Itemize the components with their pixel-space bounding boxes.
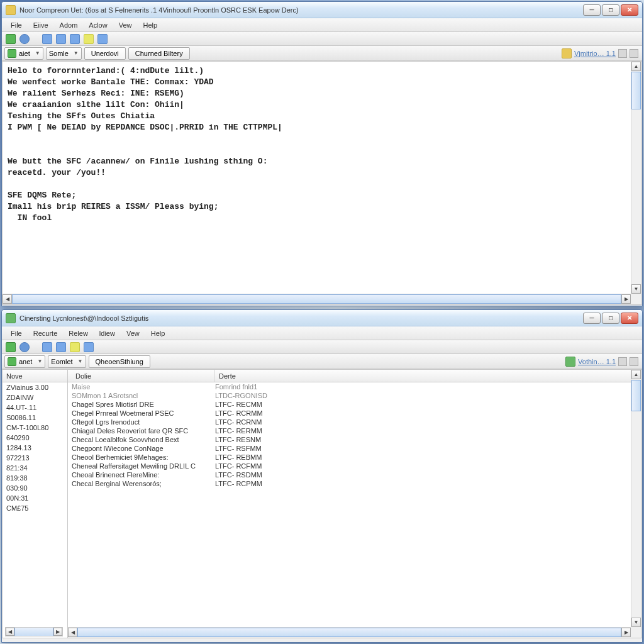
vertical-scrollbar[interactable]: ▲ ▼ xyxy=(631,62,641,294)
menu-view[interactable]: Vew xyxy=(114,20,137,30)
scroll-up-icon[interactable]: ▲ xyxy=(631,62,641,71)
tool-icon-4[interactable] xyxy=(97,34,108,44)
horizontal-scrollbar[interactable]: ◀ ▶ xyxy=(3,294,631,304)
tool-icon-2[interactable] xyxy=(56,342,66,352)
run-icon[interactable] xyxy=(6,342,16,352)
list-item[interactable]: 819:38 xyxy=(3,473,67,483)
cell-derte: LTFC- REBMM xyxy=(211,453,265,461)
tab-unerdovi[interactable]: Unerdovi xyxy=(84,47,126,60)
list-item[interactable]: 821:34 xyxy=(3,463,67,473)
run-icon[interactable] xyxy=(6,34,16,44)
refresh-icon[interactable] xyxy=(19,342,30,352)
minimize-button[interactable]: ─ xyxy=(583,313,601,324)
column-header-nove[interactable]: Nove xyxy=(3,370,67,382)
column-header-dolie[interactable]: Dolie xyxy=(72,370,215,382)
tool-icon-2[interactable] xyxy=(56,34,66,44)
table-row[interactable]: SOMmon 1 ASrotsnclLTDC-RGONISD xyxy=(68,391,641,400)
menu-file[interactable]: File xyxy=(6,328,27,338)
table-row[interactable]: Cheneal Raffersitaget Mewiling DRLIL CLT… xyxy=(68,462,641,470)
vertical-scrollbar[interactable]: ▲ ▼ xyxy=(631,370,641,627)
list-item[interactable]: 972213 xyxy=(3,453,67,463)
close-button[interactable]: ✕ xyxy=(621,4,638,16)
table-row[interactable]: Chagel Spres Miotisrl DRELTFC- RECMM xyxy=(68,400,641,409)
list-item[interactable]: ZViainus 3.00 xyxy=(3,382,67,392)
list-item[interactable]: 1284.13 xyxy=(3,443,67,453)
cell-derte: LTFC- RECMM xyxy=(211,401,266,408)
table-row[interactable]: Chiagal Deles Reoveriot fare QR SFCLTFC-… xyxy=(68,426,641,435)
combo-source[interactable]: aiet ▼ xyxy=(4,47,43,60)
editor-text[interactable]: Helo to forornnterland:( 4:ndDute lilt.)… xyxy=(3,62,641,228)
table-row[interactable]: Chegel Prnreal Woetmeral PSECLTFC- RCRMM xyxy=(68,409,641,418)
menu-recurte[interactable]: Recurte xyxy=(28,328,63,338)
tool-icon-3[interactable] xyxy=(70,34,80,44)
scroll-up-icon[interactable]: ▲ xyxy=(631,370,641,379)
horizontal-scrollbar[interactable]: ◀ ▶ xyxy=(68,627,631,638)
scroll-right-icon[interactable]: ▶ xyxy=(621,628,631,637)
scroll-left-icon[interactable]: ◀ xyxy=(3,294,12,304)
scroll-down-icon[interactable]: ▼ xyxy=(631,284,641,294)
maximize-button[interactable]: □ xyxy=(602,4,619,16)
tool-icon-3[interactable] xyxy=(84,342,94,352)
combo-mode[interactable]: Eomlet ▼ xyxy=(48,355,86,368)
scroll-right-icon[interactable]: ▶ xyxy=(53,628,62,636)
toolbar xyxy=(2,340,642,354)
refresh-icon[interactable] xyxy=(19,34,30,44)
scroll-thumb[interactable] xyxy=(631,72,641,109)
list-item[interactable]: 00N:31 xyxy=(3,493,67,503)
menu-aclow[interactable]: Aclow xyxy=(84,20,112,30)
list-item[interactable]: 640290 xyxy=(3,433,67,443)
list-item[interactable]: CM-T-100L80 xyxy=(3,423,67,433)
scroll-thumb[interactable] xyxy=(14,628,53,636)
scroll-left-icon[interactable]: ◀ xyxy=(68,628,77,637)
list-item[interactable]: 030:90 xyxy=(3,483,67,493)
edit-icon[interactable] xyxy=(70,342,80,352)
menu-eiive[interactable]: Eiive xyxy=(28,20,53,30)
maximize-button[interactable]: □ xyxy=(602,313,619,324)
tab-qheoen[interactable]: QheoenSthiung xyxy=(89,355,150,368)
tool-icon-1[interactable] xyxy=(42,342,52,352)
tool-icon-1[interactable] xyxy=(42,34,52,44)
column-header-derte[interactable]: Derte xyxy=(215,370,638,382)
menu-help[interactable]: Help xyxy=(138,20,162,30)
scroll-thumb[interactable] xyxy=(77,628,621,637)
table-row[interactable]: Cheool Berhemiciet 9Mehages:LTFC- REBMM xyxy=(68,453,641,462)
menu-file[interactable]: File xyxy=(6,20,27,30)
combo-mode[interactable]: Somle ▼ xyxy=(46,47,82,60)
scroll-right-icon[interactable]: ▶ xyxy=(621,294,631,304)
close-button[interactable]: ✕ xyxy=(621,313,638,324)
left-pane: Nove ZViainus 3.00ZDAINW44.UT-.11S0086.1… xyxy=(3,370,68,638)
left-pane-scrollbar[interactable]: ◀ ▶ xyxy=(5,627,63,636)
scroll-thumb[interactable] xyxy=(631,380,641,411)
list-item[interactable]: 44.UT-.11 xyxy=(3,402,67,413)
table-row[interactable]: Chegpont lWiecone ConNageLTFC- RSFMM xyxy=(68,444,641,453)
titlebar[interactable]: Noor Compreon Uet: (6os at S Felnenerits… xyxy=(2,2,642,18)
table-row[interactable]: Cheoal Brinenect FlereMine:LTFC- RSDMM xyxy=(68,470,641,479)
list-item[interactable]: ZDAINW xyxy=(3,392,67,402)
util-icon-2[interactable] xyxy=(630,357,638,366)
util-icon-2[interactable] xyxy=(630,49,638,58)
menu-ldiew[interactable]: ldiew xyxy=(94,328,120,338)
table-row[interactable]: Cftegol Lgrs IrenoductLTFC- RCRNM xyxy=(68,418,641,426)
tab-churned[interactable]: Churned Biltery xyxy=(128,47,190,60)
version-link[interactable]: Vothin… 1.1 xyxy=(578,358,616,365)
edit-icon[interactable] xyxy=(84,34,94,44)
combo-source[interactable]: anet ▼ xyxy=(4,355,45,368)
menu-relew[interactable]: Relew xyxy=(64,328,93,338)
version-link[interactable]: Vjmitrio… 1.1 xyxy=(574,50,616,57)
table-row[interactable]: MaiseFomrind fnld1 xyxy=(68,382,641,391)
scroll-corner xyxy=(631,627,641,638)
scroll-down-icon[interactable]: ▼ xyxy=(631,618,641,627)
menu-adom[interactable]: Adom xyxy=(55,20,83,30)
table-row[interactable]: Checal Loealblfok Soovvhond BextLTFC- RE… xyxy=(68,435,641,444)
table-row[interactable]: Checal Berginal Werensorós;LTFC- RCPMM xyxy=(68,479,641,488)
util-icon-1[interactable] xyxy=(618,49,627,58)
list-item[interactable]: S0086.11 xyxy=(3,413,67,423)
menu-help[interactable]: Help xyxy=(146,328,170,338)
minimize-button[interactable]: ─ xyxy=(583,4,601,16)
scroll-left-icon[interactable]: ◀ xyxy=(6,628,14,636)
scroll-thumb[interactable] xyxy=(12,294,621,304)
util-icon-1[interactable] xyxy=(618,357,627,366)
list-item[interactable]: CM£75 xyxy=(3,503,67,513)
titlebar[interactable]: Cinersting Lycnlonest\@\Indoool Sztligut… xyxy=(2,310,642,326)
menu-view[interactable]: Vew xyxy=(121,328,145,338)
